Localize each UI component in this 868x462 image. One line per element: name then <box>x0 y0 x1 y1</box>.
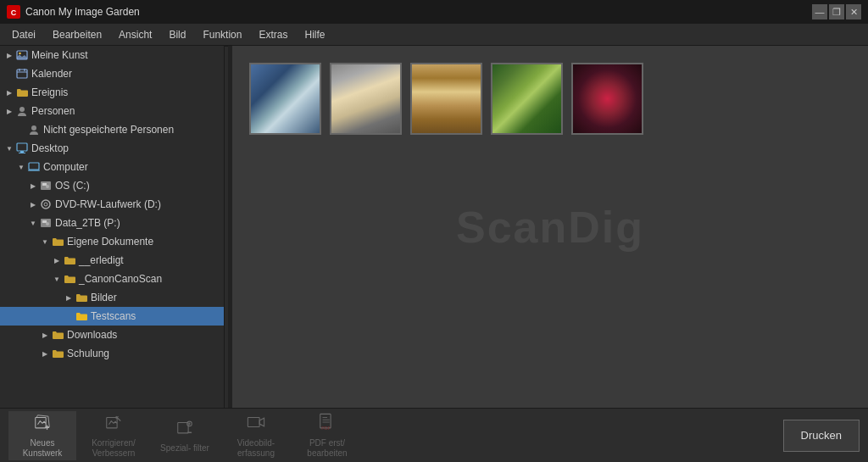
tree-arrow-kalender <box>3 68 15 80</box>
toolbar-btn-label-pdf-erst: PDF erst/ bearbeiten <box>295 438 359 459</box>
thumbnail-5[interactable] <box>571 63 643 135</box>
svg-rect-23 <box>36 417 46 427</box>
pdf-icon: PDF <box>318 413 337 437</box>
tree-arrow-downloads[interactable] <box>39 329 51 341</box>
tree-arrow-data-2tb[interactable] <box>27 217 39 229</box>
restore-button[interactable]: ❐ <box>829 4 844 19</box>
tree-arrow-desktop[interactable] <box>3 142 15 154</box>
toolbar-btn-videobild[interactable]: Videobild- erfassung <box>222 411 290 460</box>
sidebar-item-os-c[interactable]: OS (C:) <box>0 176 224 195</box>
tree-arrow-nicht-gespeicherte-personen <box>15 124 27 136</box>
folder-icon-meine-kunst <box>15 48 29 62</box>
tree-arrow-schulung[interactable] <box>39 348 51 359</box>
menu-item-bild[interactable]: Bild <box>160 26 194 43</box>
tree-label-meine-kunst: Meine Kunst <box>31 49 88 61</box>
sidebar-item-bilder[interactable]: Bilder <box>0 288 224 307</box>
svg-rect-26 <box>107 417 117 427</box>
print-button[interactable]: Drucken <box>783 420 860 452</box>
tree-label-ereignis: Ereignis <box>31 86 68 98</box>
tree-label-bilder: Bilder <box>91 292 117 303</box>
menu-item-ansicht[interactable]: Ansicht <box>110 26 160 43</box>
svg-rect-21 <box>42 220 47 223</box>
sidebar-item-canoncanoscan[interactable]: _CanonCanoScan <box>0 270 224 288</box>
folder-icon-data-2tb <box>39 216 53 230</box>
svg-point-17 <box>46 185 49 188</box>
tree-arrow-eigene-dokumente[interactable] <box>39 236 51 248</box>
sidebar-item-desktop[interactable]: Desktop <box>0 139 224 158</box>
menu-item-funktion[interactable]: Funktion <box>194 26 250 43</box>
tree-arrow-dvd-rw[interactable] <box>27 198 39 210</box>
svg-point-22 <box>46 222 49 225</box>
thumbnail-2[interactable] <box>330 63 402 135</box>
folder-icon-bilder <box>75 291 88 304</box>
sidebar-item-eigene-dokumente[interactable]: Eigene Dokumente <box>0 232 224 251</box>
tree-label-erledigt: __erledigt <box>79 254 124 266</box>
toolbar-btn-label-neues-kunstwerk: Neues Kunstwerk <box>10 438 75 459</box>
sidebar-item-nicht-gespeicherte-personen[interactable]: Nicht gespeicherte Personen <box>0 120 224 139</box>
sidebar-item-downloads[interactable]: Downloads <box>0 326 224 344</box>
toolbar-btn-label-spezial-filter: Spezial- filter <box>160 443 209 454</box>
title-bar: C Canon My Image Garden — ❐ ✕ <box>0 0 868 24</box>
folder-icon-dvd-rw <box>39 198 53 211</box>
toolbar-btn-label-videobild: Videobild- erfassung <box>224 438 288 459</box>
sidebar-item-data-2tb[interactable]: Data_2TB (P:) <box>0 214 224 232</box>
tree-label-kalender: Kalender <box>31 68 72 80</box>
window-controls: — ❐ ✕ <box>812 4 861 19</box>
sidebar[interactable]: Meine KunstKalenderEreignisPersonenNicht… <box>0 46 225 408</box>
tree-label-schulung: Schulung <box>67 348 109 359</box>
tree-arrow-bilder[interactable] <box>63 292 75 303</box>
folder-icon-erledigt <box>63 253 76 267</box>
tree-arrow-canoncanoscan[interactable] <box>51 273 63 285</box>
sidebar-item-erledigt[interactable]: __erledigt <box>0 251 224 270</box>
toolbar-btn-pdf-erst[interactable]: PDFPDF erst/ bearbeiten <box>293 411 361 460</box>
sidebar-item-computer[interactable]: Computer <box>0 158 224 176</box>
app-title: Canon My Image Garden <box>25 6 140 18</box>
tree-label-computer: Computer <box>43 161 88 173</box>
tree-arrow-personen[interactable] <box>3 105 15 117</box>
sidebar-item-kalender[interactable]: Kalender <box>0 64 224 83</box>
menu-item-bearbeiten[interactable]: Bearbeiten <box>44 26 110 43</box>
minimize-button[interactable]: — <box>812 4 827 19</box>
folder-icon-testscans <box>75 309 88 323</box>
tree-arrow-ereignis[interactable] <box>3 86 15 98</box>
svg-point-18 <box>42 200 50 209</box>
toolbar-btn-label-korrigieren: Korrigieren/ Verbessern <box>81 438 146 459</box>
sidebar-item-testscans[interactable]: Testscans <box>0 307 224 326</box>
menu-item-datei[interactable]: Datei <box>3 26 44 43</box>
tree-arrow-os-c[interactable] <box>27 180 39 192</box>
sidebar-item-dvd-rw[interactable]: DVD-RW-Laufwerk (D:) <box>0 195 224 214</box>
correct-icon <box>104 413 123 437</box>
svg-text:C: C <box>11 8 17 17</box>
thumbnail-4[interactable] <box>491 63 563 135</box>
artwork-icon <box>33 413 52 437</box>
tree-arrow-computer[interactable] <box>15 161 27 173</box>
tree-label-nicht-gespeicherte-personen: Nicht gespeicherte Personen <box>43 124 174 136</box>
svg-point-3 <box>19 53 20 54</box>
tree-arrow-testscans <box>63 310 75 322</box>
sidebar-item-personen[interactable]: Personen <box>0 102 224 120</box>
close-button[interactable]: ✕ <box>846 4 861 19</box>
svg-rect-14 <box>28 170 40 171</box>
thumbnail-1[interactable] <box>249 63 321 135</box>
folder-icon-schulung <box>51 347 64 360</box>
folder-icon-personen <box>15 104 29 118</box>
toolbar-btn-korrigieren[interactable]: Korrigieren/ Verbessern <box>80 411 147 460</box>
tree-arrow-meine-kunst[interactable] <box>3 49 15 61</box>
thumbnail-3[interactable] <box>410 63 482 135</box>
sidebar-item-ereignis[interactable]: Ereignis <box>0 83 224 102</box>
tree-arrow-erledigt[interactable] <box>51 254 63 266</box>
toolbar-btn-neues-kunstwerk[interactable]: Neues Kunstwerk <box>8 411 76 460</box>
svg-rect-4 <box>17 70 27 78</box>
folder-icon-ereignis <box>15 86 29 99</box>
folder-icon-eigene-dokumente <box>51 235 64 248</box>
folder-icon-canoncanoscan <box>63 272 76 286</box>
sidebar-item-schulung[interactable]: Schulung <box>0 344 224 363</box>
menu-item-extras[interactable]: Extras <box>250 26 296 43</box>
tree-label-downloads: Downloads <box>67 329 117 341</box>
toolbar-btn-spezial-filter[interactable]: Spezial- filter <box>151 411 219 460</box>
sidebar-item-meine-kunst[interactable]: Meine Kunst <box>0 46 224 64</box>
menu-item-hilfe[interactable]: Hilfe <box>296 26 333 43</box>
bottom-toolbar: Neues KunstwerkKorrigieren/ VerbessernSp… <box>0 408 868 462</box>
main-layout: Meine KunstKalenderEreignisPersonenNicht… <box>0 46 868 408</box>
tree-label-personen: Personen <box>31 105 75 117</box>
